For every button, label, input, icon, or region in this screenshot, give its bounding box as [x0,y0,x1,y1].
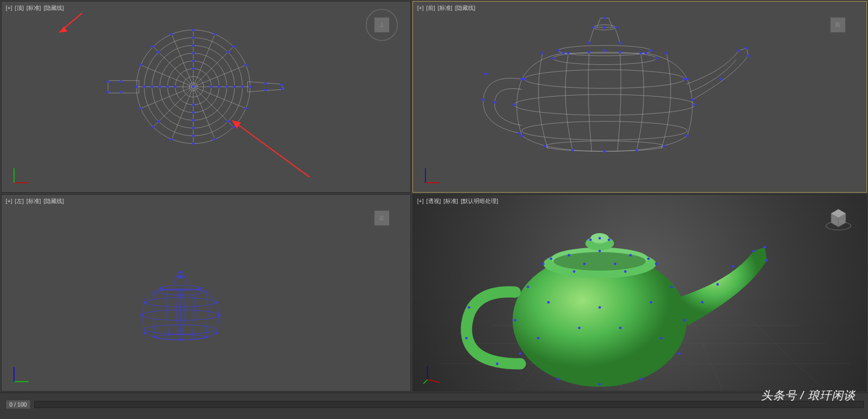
axis-gizmo-icon [11,364,32,385]
svg-point-132 [141,314,143,316]
viewport-menu-plus[interactable]: [+] [6,5,12,11]
viewport-shading-mode[interactable]: [标准] [444,198,458,204]
svg-point-28 [192,134,195,137]
svg-point-110 [544,145,546,147]
teapot-left-wireframe [2,195,410,391]
svg-point-130 [144,332,146,334]
svg-point-181 [557,378,560,381]
svg-point-119 [719,78,722,80]
viewport-label-top[interactable]: [+] [顶] [标准] [隐藏线] [6,4,65,12]
viewport-display-mode[interactable]: [隐藏线] [44,198,64,204]
timeline-frame-readout: 0 / 100 [6,400,30,409]
viewport-shading-mode[interactable]: [标准] [438,5,452,11]
viewport-display-mode[interactable]: [默认明暗处理] [461,198,498,204]
viewport-label-front[interactable]: [+] [前] [标准] [隐藏线] [417,4,476,12]
svg-point-190 [573,271,576,273]
svg-point-91 [557,49,559,52]
viewport-menu-plus[interactable]: [+] [6,198,12,204]
svg-point-142 [200,287,202,289]
svg-point-92 [650,49,652,52]
viewport-view-name[interactable]: [左] [15,198,24,204]
svg-point-73 [525,70,685,88]
timeline-track[interactable] [34,401,864,408]
viewport-label-perspective[interactable]: [+] [透视] [标准] [默认明暗处理] [417,197,499,205]
end-frame: 100 [17,401,26,408]
svg-point-170 [568,254,570,256]
svg-point-174 [514,319,516,321]
svg-point-23 [152,126,154,128]
viewport-left[interactable]: [+] [左] [标准] [隐藏线] 左 [1,194,411,391]
svg-point-144 [205,336,207,338]
svg-point-96 [603,17,606,19]
svg-line-157 [749,318,825,391]
svg-point-197 [660,337,662,340]
svg-point-75 [522,121,687,140]
viewport-perspective[interactable]: [+] [透视] [标准] [默认明暗处理] [412,194,867,391]
svg-point-105 [665,52,668,55]
current-frame: 0 [9,401,12,408]
frame-sep: / [14,401,16,408]
svg-point-118 [493,101,496,103]
svg-point-36 [192,127,195,129]
svg-point-22 [232,126,235,128]
viewport-shading-mode[interactable]: [标准] [26,198,41,204]
svg-point-19 [135,86,138,88]
svg-point-133 [219,314,221,316]
viewport-display-mode[interactable]: [隐藏线] [44,5,64,11]
svg-point-63 [264,89,267,91]
svg-point-163 [554,252,646,271]
teapot-perspective-shaded [413,195,866,391]
svg-point-109 [619,51,621,53]
svg-point-46 [210,86,212,88]
svg-point-61 [107,91,110,93]
svg-point-99 [518,132,520,134]
svg-point-192 [547,301,550,304]
watermark-text: 头条号 / 琅玕闲谈 [761,388,856,403]
viewport-view-name[interactable]: [前] [426,5,435,11]
viewport-view-name[interactable]: [透视] [426,198,441,204]
svg-point-59 [119,91,122,93]
viewport-shading-mode[interactable]: [标准] [26,5,41,11]
viewport-label-left[interactable]: [+] [左] [标准] [隐藏线] [6,197,65,205]
svg-point-108 [588,51,591,53]
svg-point-95 [615,26,617,29]
svg-point-196 [537,337,540,340]
svg-point-42 [218,86,220,88]
svg-point-82 [693,103,696,106]
svg-point-50 [213,138,216,141]
viewport-top[interactable]: [+] [顶] [标准] [隐藏线] 上 [1,1,411,193]
viewport-front[interactable]: [+] [前] [标准] [隐藏线] 前 [412,1,867,193]
viewport-view-name[interactable]: [顶] [15,5,24,11]
svg-point-171 [629,254,632,256]
svg-line-203 [428,380,440,383]
svg-point-139 [180,276,182,278]
svg-point-20 [192,142,195,145]
svg-point-48 [192,103,195,106]
svg-point-39 [158,86,161,88]
svg-point-202 [701,301,703,304]
svg-point-62 [264,83,267,85]
viewport-display-mode[interactable]: [隐藏线] [455,5,475,11]
svg-point-103 [691,98,693,101]
svg-point-137 [197,289,199,291]
svg-point-169 [598,250,601,252]
svg-point-175 [683,319,686,321]
svg-point-49 [192,67,195,70]
svg-point-85 [562,52,565,55]
svg-point-34 [233,86,236,88]
viewport-menu-plus[interactable]: [+] [417,198,424,204]
svg-point-177 [670,286,673,288]
svg-point-100 [738,49,740,52]
svg-point-115 [684,78,686,80]
svg-point-106 [567,52,570,55]
axis-gizmo-icon [11,165,32,186]
viewport-menu-plus[interactable]: [+] [417,5,424,11]
svg-point-173 [655,263,658,265]
svg-point-189 [716,283,719,286]
svg-point-164 [598,237,601,239]
timeline-bar[interactable]: 0 / 100 [0,393,868,416]
svg-point-107 [639,52,642,55]
svg-point-52 [213,33,216,35]
svg-point-76 [545,141,664,152]
svg-point-37 [192,44,195,47]
